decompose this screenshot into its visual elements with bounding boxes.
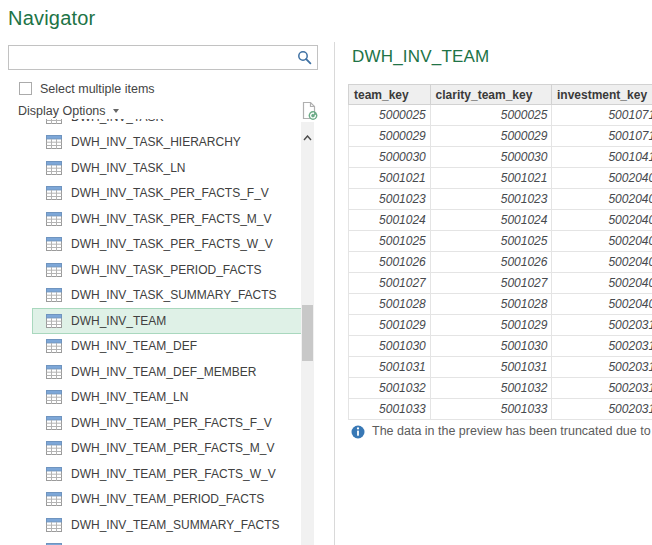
list-item-label: DWH_INV_TASK_SUMMARY_FACTS [71, 288, 277, 302]
table-icon [46, 365, 62, 379]
truncation-notice: The data in the preview has been truncat… [351, 424, 652, 443]
table-icon [46, 288, 62, 302]
cell: 5001021 [349, 168, 431, 188]
list-item[interactable]: DWH_INV_TASK [32, 119, 303, 130]
list-item[interactable]: DWH_INV_TEAM_DEF [32, 334, 303, 360]
cell: 5002040 [552, 168, 652, 188]
scrollbar-thumb[interactable] [302, 305, 313, 361]
cell: 5001032 [431, 378, 553, 398]
cell: 5001023 [349, 189, 431, 209]
column-header[interactable]: investment_key [552, 85, 652, 104]
list-item[interactable]: DWH_INV_TEAM_PER_FACTS_F_V [32, 410, 303, 436]
cell: 5002040 [552, 252, 652, 272]
table-icon [46, 119, 62, 124]
column-header[interactable]: clarity_team_key [431, 85, 552, 104]
table-icon [46, 390, 62, 404]
list-item[interactable]: DWH_INV_TASK_HIERARCHY [32, 130, 303, 156]
table-icon [46, 237, 62, 251]
cell: 5002040 [552, 231, 652, 251]
list-item-label: DWH_INV_TEAM_PER_FACTS_F_V [71, 416, 272, 430]
select-multiple-label: Select multiple items [40, 82, 155, 96]
cell: 5001029 [349, 315, 431, 335]
list-item-label: DWH_INV_TASK [71, 119, 163, 124]
table-icon [46, 314, 62, 328]
cell: 5002040 [552, 210, 652, 230]
list-item[interactable]: DWH_INV_TEAM_DEF_MEMBER [32, 359, 303, 385]
sidebar-scrollbar[interactable] [301, 122, 314, 545]
cell: 5001030 [349, 336, 431, 356]
scroll-up-arrow-icon[interactable] [301, 132, 314, 146]
table-row: 500003050000305001041 [348, 147, 652, 168]
cell: 5001023 [431, 189, 553, 209]
cell: 5002040 [552, 273, 652, 293]
table-row: 500103250010325002031 [348, 378, 652, 399]
list-item-label: DWH_INV_TEAM_PER_FACTS_M_V [71, 441, 274, 455]
list-item[interactable]: DWH_INV_TEAM_PER_FACTS_M_V [32, 436, 303, 462]
select-multiple-items[interactable]: Select multiple items [19, 81, 155, 96]
list-item[interactable]: DWH_INV_TASK_LN [32, 155, 303, 181]
list-item[interactable]: DWH_INV_TEAM_PERIOD_FACTS [32, 487, 303, 513]
table-row: 500102450010245002040 [348, 210, 652, 231]
cell: 5001024 [349, 210, 431, 230]
list-item[interactable]: DWH_INV_TASK_PER_FACTS_W_V [32, 232, 303, 258]
cell: 5000030 [349, 147, 431, 167]
refresh-button[interactable] [301, 101, 319, 121]
list-item-label: DWH_INV_TEAM_DEF [71, 339, 197, 353]
cell: 5001025 [349, 231, 431, 251]
cell: 5001027 [349, 273, 431, 293]
table-row: 500102850010285002040 [348, 294, 652, 315]
table-row: 500103150010315002031 [348, 357, 652, 378]
list-item-label: DWH_INV_TASK_PER_FACTS_F_V [71, 186, 269, 200]
list-item[interactable]: DWH_INV_TASK_PERIOD_FACTS [32, 257, 303, 283]
list-item[interactable]: DWH_INV_TASK_SUMMARY_FACTS [32, 283, 303, 309]
search-box [8, 45, 318, 70]
refresh-document-icon [301, 101, 319, 121]
search-icon[interactable] [297, 50, 312, 65]
table-icon [46, 135, 62, 149]
table-row: 500002550000255001071 [348, 105, 652, 126]
page-title: Navigator [8, 7, 95, 30]
list-item-label: DWH_INV_TASK_LN [71, 161, 185, 175]
table-row: 500103050010305002031 [348, 336, 652, 357]
list-item-clipped[interactable] [32, 538, 303, 545]
truncation-notice-text: The data in the preview has been truncat… [372, 424, 652, 438]
table-header-row: team_key clarity_team_key investment_key [348, 84, 652, 105]
cell: 5001071 [552, 105, 652, 125]
search-input[interactable] [8, 45, 318, 70]
display-options-label: Display Options [18, 104, 106, 118]
cell: 5002031 [552, 336, 652, 356]
cell: 5001071 [552, 126, 652, 146]
cell: 5001033 [431, 399, 553, 419]
cell: 5001021 [431, 168, 553, 188]
table-row: 500103350010335002031 [348, 399, 652, 420]
table-icon [46, 441, 62, 455]
display-options-dropdown[interactable]: Display Options [18, 103, 119, 119]
chevron-down-icon [113, 109, 119, 113]
table-row: 500102550010255002040 [348, 231, 652, 252]
select-multiple-checkbox[interactable] [19, 82, 32, 95]
list-item[interactable]: DWH_INV_TEAM_LN [32, 385, 303, 411]
table-icon [46, 518, 62, 532]
cell: 5001024 [431, 210, 553, 230]
table-icon [46, 263, 62, 277]
list-item[interactable]: DWH_INV_TEAM_SUMMARY_FACTS [32, 512, 303, 538]
cell: 5001026 [431, 252, 553, 272]
cell: 5000025 [349, 105, 431, 125]
list-item-selected[interactable]: DWH_INV_TEAM [32, 308, 303, 334]
cell: 5001030 [431, 336, 553, 356]
list-item-label: DWH_INV_TEAM_LN [71, 390, 188, 404]
table-icon [46, 416, 62, 430]
column-header[interactable]: team_key [349, 85, 431, 104]
list-item[interactable]: DWH_INV_TEAM_PER_FACTS_W_V [32, 461, 303, 487]
list-item[interactable]: DWH_INV_TASK_PER_FACTS_M_V [32, 206, 303, 232]
cell: 5001027 [431, 273, 553, 293]
cell: 5002040 [552, 189, 652, 209]
table-row: 500102950010295002031 [348, 315, 652, 336]
table-icon [46, 212, 62, 226]
list-item[interactable]: DWH_INV_TASK_PER_FACTS_F_V [32, 181, 303, 207]
cell: 5002040 [552, 294, 652, 314]
list-item-label: DWH_INV_TASK_PERIOD_FACTS [71, 263, 262, 277]
table-list: DWH_INV_TASK DWH_INV_TASK_HIERARCHY DWH_… [32, 119, 303, 545]
cell: 5000025 [431, 105, 553, 125]
cell: 5001029 [431, 315, 553, 335]
